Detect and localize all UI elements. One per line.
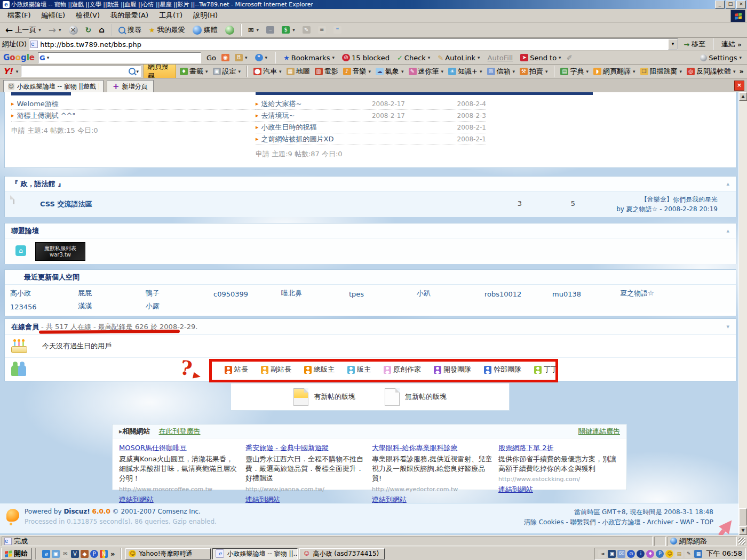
- discuz-link[interactable]: Discuz!: [63, 508, 90, 515]
- scrollbar-thumb[interactable]: [739, 508, 747, 525]
- task-forum-window[interactable]: e 小政娛樂論壇 -- 寵物 ||...: [212, 548, 298, 559]
- resize-grip[interactable]: [738, 538, 745, 545]
- task-messenger-chat[interactable]: ☺ 高小政 (asd7374415): [299, 548, 385, 559]
- space-user-link[interactable]: 小露: [146, 301, 213, 311]
- yahoo-dictionary-button[interactable]: ▤字典▾: [559, 66, 590, 77]
- chevron-down-icon[interactable]: ▾: [292, 27, 295, 33]
- yahoo-movies-button[interactable]: ▥電影: [314, 66, 339, 77]
- maximize-button[interactable]: □: [726, 1, 735, 9]
- links-button[interactable]: 連結 »: [718, 38, 745, 50]
- home-icon[interactable]: ⌂: [15, 245, 26, 256]
- quicklaunch-app-icon[interactable]: ◆: [81, 550, 89, 558]
- google-quote-button[interactable]: ❞▾: [253, 53, 270, 62]
- tray-yahoo-icon[interactable]: ☺: [665, 550, 673, 558]
- chevron-down-icon[interactable]: ▾: [38, 27, 41, 33]
- menu-file[interactable]: 檔案(F): [2, 10, 36, 21]
- yahoo-popup-blocker-button[interactable]: ❐阻擋跳窗▾: [639, 66, 684, 77]
- yahoo-search-input[interactable]: ▾: [21, 66, 141, 77]
- vertical-scrollbar[interactable]: ▲ ▼: [738, 92, 747, 535]
- menu-help[interactable]: 說明(H): [188, 10, 223, 21]
- tray-blue-icon[interactable]: P: [656, 550, 664, 558]
- chevron-down-icon[interactable]: ▾: [47, 55, 50, 60]
- forward-button[interactable]: → ▾: [45, 24, 65, 36]
- chevron-down-icon[interactable]: ▾: [16, 69, 19, 74]
- tray-display-icon[interactable]: ▣: [608, 550, 616, 558]
- quicklaunch-orb-icon[interactable]: P: [90, 550, 98, 558]
- space-user-link[interactable]: 小趴: [417, 289, 484, 298]
- tray-app-icon[interactable]: i: [637, 550, 645, 558]
- thread-link[interactable]: 小政生日時的祝福: [261, 123, 455, 132]
- spellcheck-button[interactable]: ✓ Check▾: [395, 53, 432, 62]
- currency-button[interactable]: $ ▾: [279, 24, 298, 36]
- menu-view[interactable]: 檢視(V): [70, 10, 105, 21]
- yahoo-logo[interactable]: Y!: [3, 67, 13, 76]
- thread-link[interactable]: 之前網站被抓的圖片XD: [261, 134, 455, 144]
- forum-link[interactable]: CSS 交流語法區: [40, 199, 92, 209]
- last-post-link[interactable]: 【音樂盒】你們是我的星光: [616, 195, 718, 204]
- alliance-banner[interactable]: 魔獸私服列表 war3.tw: [35, 242, 85, 261]
- messenger-button[interactable]: ❝: [330, 24, 345, 36]
- tray-msn-icon[interactable]: ⊙: [627, 550, 635, 558]
- wap-link[interactable]: WAP: [680, 518, 694, 526]
- menu-tools[interactable]: 工具(T): [154, 10, 188, 21]
- thread-link[interactable]: 去清境玩~: [261, 111, 455, 121]
- tab-forum[interactable]: ☺ 小政娛樂論壇 -- 寵物 ||遊戲 ||...: [3, 80, 104, 92]
- search-site-icon[interactable]: ◉: [221, 54, 229, 61]
- space-user-link[interactable]: 喵北鼻: [281, 289, 349, 298]
- collapse-icon[interactable]: ▾: [726, 323, 729, 330]
- ad-visit-link[interactable]: 連結到網站: [498, 485, 533, 494]
- yahoo-mail-button[interactable]: ✉信箱▾: [486, 66, 516, 77]
- menu-edit[interactable]: 編輯(E): [36, 10, 70, 21]
- go-button[interactable]: → 移至: [680, 38, 709, 50]
- tray-pen-icon[interactable]: ✎: [685, 550, 693, 558]
- favorites-button[interactable]: ★ 我的最愛: [146, 24, 188, 36]
- yahoo-antispy-button[interactable]: ◎反間諜軟體▾: [686, 66, 737, 77]
- quicklaunch-overflow-chevron[interactable]: »: [110, 550, 115, 558]
- autolink-button[interactable]: ✎ AutoLink▾: [435, 53, 482, 62]
- mail-button[interactable]: ✉ ▾: [245, 24, 262, 36]
- quicklaunch-ie-icon[interactable]: e: [42, 550, 50, 558]
- ad-title-link[interactable]: 喬安旅遊 - 金典中國新遊蹤: [245, 444, 329, 452]
- address-dropdown-button[interactable]: ▾: [668, 39, 678, 50]
- yahoo-settings-button[interactable]: ▣設定▾: [212, 66, 242, 77]
- quicklaunch-color-icon[interactable]: N: [100, 550, 108, 558]
- keyword-ads-link[interactable]: 關鍵連結廣告: [578, 427, 620, 436]
- yahoo-weather-button[interactable]: ☁氣象▾: [375, 66, 405, 77]
- yahoo-auction-button[interactable]: ⚒拍賣▾: [519, 66, 549, 77]
- discuss-button[interactable]: ≡: [315, 24, 329, 36]
- archiver-link[interactable]: Archiver: [647, 518, 674, 526]
- clear-cookies-link[interactable]: 清除 Cookies: [524, 518, 564, 526]
- space-user-link[interactable]: 高小政: [10, 289, 78, 298]
- menu-favorites[interactable]: 我的最愛(A): [105, 10, 154, 21]
- tray-purple-icon[interactable]: ♦: [646, 550, 654, 558]
- new-tab-button[interactable]: + 新增分頁: [107, 80, 154, 92]
- official-forum-link[interactable]: 小政官方論壇: [602, 518, 641, 526]
- space-user-link[interactable]: 漢漢: [78, 301, 146, 311]
- address-input[interactable]: e http://bbs.tw789.net/bbs.php ▾: [29, 38, 678, 50]
- scroll-up-button[interactable]: ▲: [739, 92, 747, 101]
- space-user-link[interactable]: 鴨子: [146, 289, 213, 298]
- home-button[interactable]: ⌂: [96, 24, 108, 36]
- ad-title-link[interactable]: 大學眼科-給你專業眼科診療: [372, 444, 458, 452]
- clock[interactable]: 下午 06:58: [706, 549, 742, 558]
- yahoo-bookmarks-button[interactable]: ♦書籤▾: [179, 66, 209, 77]
- search-button[interactable]: 搜尋: [115, 24, 145, 36]
- tray-ime-icon[interactable]: ▦: [694, 550, 702, 558]
- history-button[interactable]: [222, 24, 237, 36]
- yahoo-search-button[interactable]: 網頁搜尋: [144, 65, 176, 78]
- sendto-button[interactable]: ➤ Send to▾: [518, 53, 563, 62]
- google-settings-button[interactable]: Settings▾: [698, 53, 744, 62]
- tabbar-close-button[interactable]: ×: [734, 81, 744, 91]
- space-user-link[interactable]: 夏之物語☆: [620, 289, 688, 298]
- collapse-icon[interactable]: ▴: [726, 180, 729, 187]
- space-user-link[interactable]: 屁屁: [78, 289, 146, 298]
- popup-blocked-button[interactable]: ⊘ 15 blocked: [340, 53, 392, 62]
- ad-title-link[interactable]: 股票網路下單 2折: [498, 444, 553, 452]
- tray-network-icon[interactable]: ⌧: [617, 550, 625, 558]
- yahoo-knowledge-button[interactable]: ☀知識+▾: [447, 66, 483, 77]
- yahoo-minipen-button[interactable]: ✎迷你筆▾: [408, 66, 445, 77]
- chevron-down-icon[interactable]: ▾: [257, 27, 259, 33]
- space-user-link[interactable]: robs10012: [484, 290, 552, 298]
- tray-volume-icon[interactable]: ◄: [598, 550, 606, 558]
- yahoo-translate-button[interactable]: ◗網頁翻譯▾: [592, 66, 637, 77]
